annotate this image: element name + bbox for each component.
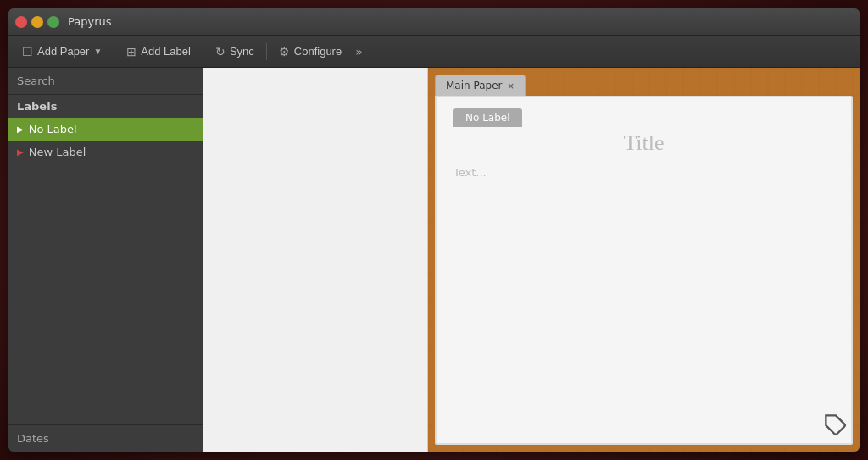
tab-close-icon[interactable]: × <box>507 81 514 91</box>
sidebar: Search Labels ▶ No Label ▶ New Label Dat… <box>8 68 203 452</box>
minimize-button[interactable] <box>31 16 43 28</box>
paper-tabs: Main Paper × <box>435 75 853 96</box>
sidebar-item-new-label[interactable]: ▶ New Label <box>8 141 203 163</box>
configure-icon: ⚙ <box>279 45 290 58</box>
editor-body[interactable]: Text... <box>453 166 834 179</box>
content-area: Search Labels ▶ No Label ▶ New Label Dat… <box>8 68 860 452</box>
add-paper-label: Add Paper <box>37 45 89 58</box>
sync-button[interactable]: ↻ Sync <box>209 42 261 62</box>
maximize-button[interactable] <box>47 16 59 28</box>
more-button[interactable]: » <box>350 42 368 62</box>
arrow-icon: ▶ <box>17 125 24 134</box>
sidebar-item-label: No Label <box>29 123 77 136</box>
paper-tab-label: Main Paper <box>446 80 502 91</box>
sync-icon: ↻ <box>215 45 225 58</box>
window-title: Papyrus <box>68 15 112 28</box>
main-paper-tab[interactable]: Main Paper × <box>435 75 526 96</box>
search-label: Search <box>17 75 55 87</box>
label-icon <box>824 413 848 440</box>
editor-panel: Main Paper × No Label Title Text... <box>428 68 860 452</box>
dates-section[interactable]: Dates <box>8 424 203 452</box>
search-bar[interactable]: Search <box>8 68 203 95</box>
dates-label: Dates <box>17 432 49 445</box>
main-window: Papyrus ☐ Add Paper ▼ ⊞ Add Label ↻ Sync… <box>8 8 860 452</box>
toolbar: ☐ Add Paper ▼ ⊞ Add Label ↻ Sync ⚙ Confi… <box>8 36 860 68</box>
sync-label: Sync <box>230 45 254 58</box>
labels-section-header: Labels <box>8 95 203 118</box>
editor-title: Title <box>453 130 834 156</box>
no-label-tab[interactable]: No Label <box>453 108 522 127</box>
sidebar-item-no-label[interactable]: ▶ No Label <box>8 118 203 141</box>
editor-area[interactable]: No Label Title Text... <box>435 96 853 445</box>
configure-label: Configure <box>294 45 342 58</box>
window-controls <box>15 16 59 28</box>
toolbar-separator-1 <box>114 43 114 60</box>
sidebar-item-label: New Label <box>29 146 86 158</box>
toolbar-separator-2 <box>203 43 203 60</box>
configure-button[interactable]: ⚙ Configure <box>272 42 348 62</box>
tag-icon <box>824 413 848 437</box>
add-paper-icon: ☐ <box>22 45 33 58</box>
add-label-label: Add Label <box>141 45 191 58</box>
dropdown-arrow-icon: ▼ <box>93 47 102 56</box>
titlebar: Papyrus <box>8 8 860 36</box>
add-paper-button[interactable]: ☐ Add Paper ▼ <box>15 42 108 62</box>
paper-list-panel <box>203 68 428 452</box>
arrow-icon: ▶ <box>17 147 24 157</box>
add-label-button[interactable]: ⊞ Add Label <box>120 42 198 62</box>
close-button[interactable] <box>15 16 27 28</box>
add-label-icon: ⊞ <box>126 45 136 58</box>
toolbar-separator-3 <box>266 43 267 60</box>
